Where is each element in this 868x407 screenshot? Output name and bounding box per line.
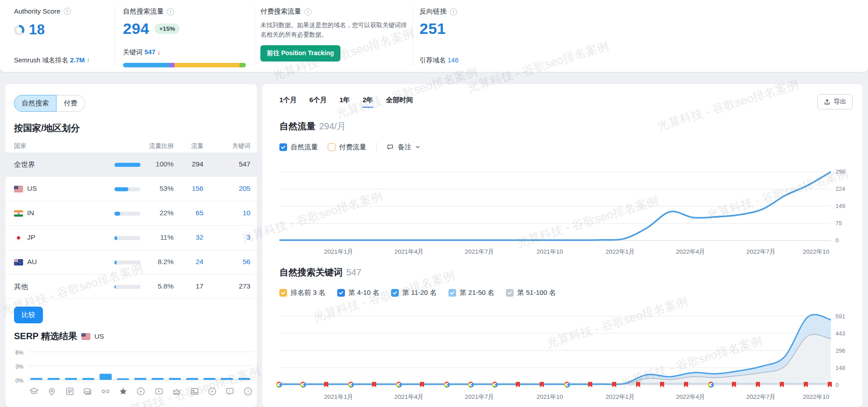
y-tick: 148 [835,364,845,371]
position-tracking-button[interactable]: 前往 Position Tracking [260,45,340,62]
checkbox-付费流量[interactable]: 付费流量 [328,143,366,151]
country-row[interactable]: JP11%323 [5,226,257,250]
compare-button[interactable]: 比较 [14,307,43,323]
info-icon[interactable]: i [64,8,71,15]
flag-marker[interactable] [731,381,739,388]
featured-video-icon[interactable] [154,386,164,398]
keywords-value[interactable]: 56 [214,258,250,266]
flag-marker[interactable] [420,381,427,388]
flag-marker[interactable] [515,381,523,388]
google-update-marker[interactable] [443,381,451,388]
table-header: 国家流量比例流量关键词 [5,142,257,152]
video-carousel-icon[interactable] [207,386,217,398]
organic-keywords-chart [279,314,831,388]
x-tick: 2022年4月 [676,393,705,401]
flag-marker[interactable] [779,381,787,388]
export-button[interactable]: 导出 [817,94,853,109]
news-icon[interactable] [65,386,75,398]
traffic-value[interactable]: 65 [177,209,203,217]
google-update-marker[interactable] [276,381,283,388]
serp-ytick-6: 6% [10,350,24,356]
y-tick: 298 [835,168,845,175]
google-update-marker[interactable] [491,381,499,388]
flag-marker[interactable] [684,381,691,388]
flag-marker[interactable] [539,381,547,388]
flag-marker[interactable] [588,381,595,388]
tab-organic[interactable]: 自然搜索 [14,95,57,112]
x-tick: 2022年10 [803,248,830,256]
country-row[interactable]: US53%156205 [5,177,257,201]
traffic-value[interactable]: 24 [177,258,203,266]
info-icon[interactable]: i [167,8,174,15]
legend-第 4-10 名[interactable]: 第 4-10 名 [337,289,379,297]
column-header[interactable]: 关键词 [214,142,250,150]
keywords-value[interactable]: 3 [214,233,250,241]
time-range-全部时间[interactable]: 全部时间 [386,96,413,108]
notes-toggle[interactable]: 备注 [387,143,420,151]
image-icon[interactable] [189,386,200,398]
serp-title: SERP 精选结果 [14,330,77,342]
traffic-share-value: 100% [146,160,174,168]
x-tick: 2022年1月 [606,393,635,401]
time-range-2年[interactable]: 2年 [363,96,373,108]
legend-第 21-50 名[interactable]: 第 21-50 名 [448,289,495,297]
column-header[interactable]: 流量比例 [123,142,174,150]
keywords-legend: 排名前 3 名第 4-10 名第 11-20 名第 21-50 名第 51-10… [279,289,556,297]
google-update-marker[interactable] [300,381,307,388]
checkbox-自然流量[interactable]: 自然流量 [279,143,318,151]
knowledge-panel-icon[interactable] [171,386,182,398]
people-also-ask-icon[interactable]: ? [243,386,253,398]
flag-marker[interactable] [612,381,619,388]
image-pack-icon[interactable] [82,386,93,398]
legend-第 51-100 名[interactable]: 第 51-100 名 [506,289,556,297]
google-update-marker[interactable] [348,381,355,388]
local-pack-icon[interactable] [47,386,57,398]
divider [376,142,377,152]
flag-marker[interactable] [372,381,379,388]
column-header[interactable]: 国家 [14,142,55,150]
info-icon[interactable]: i [450,8,457,15]
organic-traffic-value[interactable]: 294 [123,20,149,38]
country-row[interactable]: 其他5.8%17273 [5,274,257,299]
traffic-share-value: 22% [146,209,174,217]
traffic-share-bar [114,187,141,191]
flag-marker[interactable] [660,381,667,388]
traffic-value[interactable]: 156 [177,185,203,193]
google-update-marker[interactable] [396,381,403,388]
country-row[interactable]: 全世界100%294547 [5,152,257,177]
traffic-share-value: 8.2% [146,258,174,266]
flag-marker[interactable] [827,381,835,388]
google-update-marker[interactable] [708,381,715,388]
time-range-6个月[interactable]: 6个月 [309,96,326,108]
info-icon[interactable]: i [304,8,311,15]
link-icon[interactable] [100,386,111,398]
time-range-1年[interactable]: 1年 [340,96,350,108]
education-icon[interactable] [29,386,39,398]
video-icon[interactable] [136,386,146,398]
flag-marker[interactable] [636,381,643,388]
time-range-1个月[interactable]: 1个月 [279,96,297,108]
country-row[interactable]: IN22%6510 [5,201,257,226]
x-tick: 2022年1月 [606,248,635,256]
flag-marker[interactable] [803,381,811,388]
tab-paid[interactable]: 付费 [57,95,85,112]
serp-country: US [94,332,104,341]
reviews-star-icon[interactable] [118,386,128,398]
backlinks-value[interactable]: 251 [420,20,446,37]
google-update-marker[interactable] [467,381,475,388]
column-header[interactable]: 流量 [177,142,203,150]
keywords-value[interactable]: 205 [214,185,250,193]
legend-排名前 3 名[interactable]: 排名前 3 名 [279,289,326,297]
traffic-value[interactable]: 32 [177,233,203,241]
legend-第 11-20 名[interactable]: 第 11-20 名 [391,289,437,297]
semrush-domain-overview: Authority Score i 18 Semrush 域名排名 2.7M ↑… [0,0,868,407]
y-tick: 149 [835,203,845,209]
country-row[interactable]: AU8.2%2456 [5,250,257,274]
country-name: IN [27,209,34,217]
google-update-marker[interactable] [564,381,571,388]
keywords-value[interactable]: 10 [214,209,250,217]
flag-marker[interactable] [324,381,331,388]
faq-icon[interactable]: ? [225,386,235,398]
flag-marker[interactable] [755,381,763,388]
country-name: 全世界 [14,160,35,170]
